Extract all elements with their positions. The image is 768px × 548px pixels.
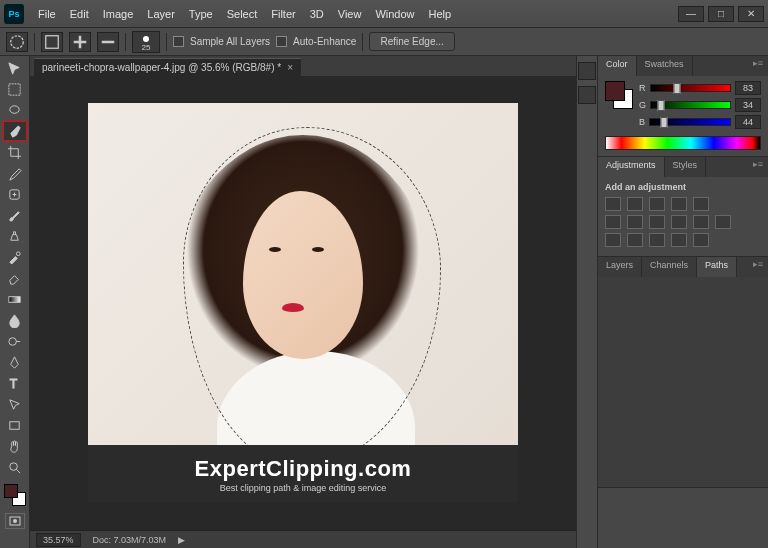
menu-edit[interactable]: Edit (64, 6, 95, 22)
app-logo: Ps (4, 4, 24, 24)
threshold-adjustment-icon[interactable] (649, 233, 665, 247)
menu-view[interactable]: View (332, 6, 368, 22)
svg-point-12 (13, 519, 17, 523)
doc-info-label: Doc: 7.03M/7.03M (93, 535, 167, 545)
adjustments-panel-menu-icon[interactable]: ▸≡ (748, 157, 768, 177)
subtract-selection-icon[interactable] (97, 32, 119, 52)
menu-window[interactable]: Window (369, 6, 420, 22)
b-value[interactable]: 44 (735, 115, 761, 129)
layers-panel-menu-icon[interactable]: ▸≡ (748, 257, 768, 277)
rectangle-tool[interactable] (3, 415, 27, 435)
new-selection-icon[interactable] (41, 32, 63, 52)
menu-help[interactable]: Help (423, 6, 458, 22)
tab-adjustments[interactable]: Adjustments (598, 157, 665, 177)
channel-mixer-adjustment-icon[interactable] (693, 215, 709, 229)
properties-panel-icon[interactable] (578, 86, 596, 104)
brightness-adjustment-icon[interactable] (605, 197, 621, 211)
svg-point-5 (16, 251, 20, 255)
hue-sat-adjustment-icon[interactable] (605, 215, 621, 229)
exposure-adjustment-icon[interactable] (671, 197, 687, 211)
healing-brush-tool[interactable] (3, 184, 27, 204)
svg-point-0 (11, 35, 24, 48)
b-slider[interactable] (649, 118, 731, 126)
menu-image[interactable]: Image (97, 6, 140, 22)
gradient-tool[interactable] (3, 289, 27, 309)
svg-rect-1 (46, 35, 59, 48)
vibrance-adjustment-icon[interactable] (693, 197, 709, 211)
tab-paths[interactable]: Paths (697, 257, 737, 277)
auto-enhance-checkbox[interactable] (276, 36, 287, 47)
foreground-color-swatch[interactable] (4, 484, 18, 498)
r-slider[interactable] (650, 84, 732, 92)
brush-tool[interactable] (3, 205, 27, 225)
gradient-map-adjustment-icon[interactable] (671, 233, 687, 247)
quick-mask-toggle[interactable] (5, 513, 25, 529)
color-lookup-adjustment-icon[interactable] (715, 215, 731, 229)
quick-select-tool-icon[interactable] (6, 32, 28, 52)
blur-tool[interactable] (3, 310, 27, 330)
status-arrow-icon[interactable]: ▶ (178, 535, 185, 545)
quick-selection-tool[interactable] (3, 121, 27, 141)
tab-channels[interactable]: Channels (642, 257, 697, 277)
foreground-background-colors[interactable] (4, 484, 26, 506)
refine-edge-button[interactable]: Refine Edge... (369, 32, 454, 51)
canvas-image (88, 103, 518, 503)
maximize-button[interactable]: □ (708, 6, 734, 22)
zoom-tool[interactable] (3, 457, 27, 477)
bw-adjustment-icon[interactable] (649, 215, 665, 229)
document-tab[interactable]: parineeti-chopra-wallpaper-4.jpg @ 35.6%… (34, 58, 301, 76)
color-panel-menu-icon[interactable]: ▸≡ (748, 56, 768, 76)
svg-rect-2 (9, 83, 20, 94)
history-brush-tool[interactable] (3, 247, 27, 267)
status-bar: 35.57% Doc: 7.03M/7.03M ▶ (30, 530, 576, 548)
dodge-tool[interactable] (3, 331, 27, 351)
minimize-button[interactable]: — (678, 6, 704, 22)
brush-size-picker[interactable]: 25 (132, 31, 160, 53)
history-panel-icon[interactable] (578, 62, 596, 80)
zoom-level-field[interactable]: 35.57% (36, 533, 81, 547)
hand-tool[interactable] (3, 436, 27, 456)
document-area: parineeti-chopra-wallpaper-4.jpg @ 35.6%… (30, 56, 576, 548)
eyedropper-tool[interactable] (3, 163, 27, 183)
canvas[interactable]: ExpertClipping.com Best clipping path & … (88, 103, 518, 503)
tab-layers[interactable]: Layers (598, 257, 642, 277)
add-selection-icon[interactable] (69, 32, 91, 52)
type-tool[interactable]: T (3, 373, 27, 393)
eraser-tool[interactable] (3, 268, 27, 288)
move-tool[interactable] (3, 58, 27, 78)
pen-tool[interactable] (3, 352, 27, 372)
invert-adjustment-icon[interactable] (605, 233, 621, 247)
selective-color-adjustment-icon[interactable] (693, 233, 709, 247)
clone-stamp-tool[interactable] (3, 226, 27, 246)
r-value[interactable]: 83 (735, 81, 761, 95)
tab-swatches[interactable]: Swatches (637, 56, 693, 76)
document-tab-close-icon[interactable]: × (287, 62, 293, 73)
photo-filter-adjustment-icon[interactable] (671, 215, 687, 229)
color-panel-swatches[interactable] (605, 81, 633, 109)
crop-tool[interactable] (3, 142, 27, 162)
g-value[interactable]: 34 (735, 98, 761, 112)
menu-filter[interactable]: Filter (265, 6, 301, 22)
posterize-adjustment-icon[interactable] (627, 233, 643, 247)
curves-adjustment-icon[interactable] (649, 197, 665, 211)
color-balance-adjustment-icon[interactable] (627, 215, 643, 229)
marquee-tool[interactable] (3, 79, 27, 99)
tab-color[interactable]: Color (598, 56, 637, 76)
menu-3d[interactable]: 3D (304, 6, 330, 22)
g-slider[interactable] (650, 101, 731, 109)
document-tab-label: parineeti-chopra-wallpaper-4.jpg @ 35.6%… (42, 62, 281, 73)
color-panel: Color Swatches ▸≡ R 83 G (598, 56, 768, 157)
close-button[interactable]: ✕ (738, 6, 764, 22)
path-selection-tool[interactable] (3, 394, 27, 414)
canvas-viewport[interactable]: ExpertClipping.com Best clipping path & … (30, 76, 576, 530)
menu-layer[interactable]: Layer (141, 6, 181, 22)
menu-select[interactable]: Select (221, 6, 264, 22)
levels-adjustment-icon[interactable] (627, 197, 643, 211)
lasso-tool[interactable] (3, 100, 27, 120)
paths-panel-body[interactable] (598, 277, 768, 487)
sample-all-layers-checkbox[interactable] (173, 36, 184, 47)
menu-type[interactable]: Type (183, 6, 219, 22)
tab-styles[interactable]: Styles (665, 157, 707, 177)
color-spectrum[interactable] (605, 136, 761, 150)
menu-file[interactable]: File (32, 6, 62, 22)
